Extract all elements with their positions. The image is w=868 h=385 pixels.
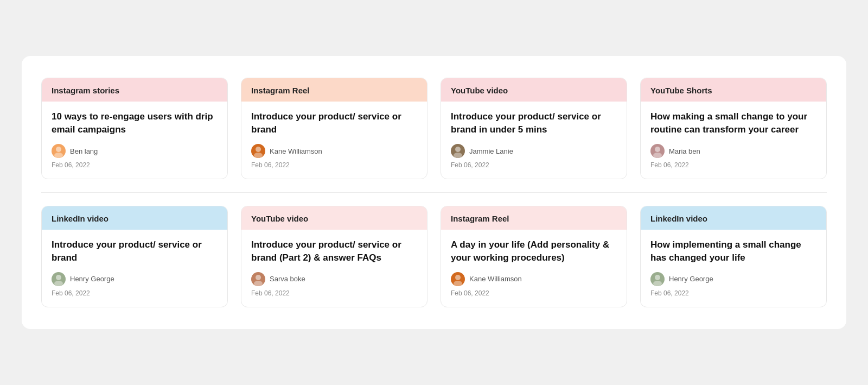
- row-divider: [41, 192, 827, 193]
- card-title-4: How making a small change to your routin…: [650, 110, 816, 136]
- card-footer-2: Kane Williamson Feb 06, 2022: [251, 144, 417, 169]
- card-title-2: Introduce your product/ service or brand: [251, 110, 417, 136]
- date-1: Feb 06, 2022: [52, 161, 218, 169]
- svg-point-10: [256, 275, 261, 280]
- author-name-8: Henry George: [669, 275, 713, 283]
- cards-grid: Instagram stories 10 ways to re-engage u…: [41, 78, 827, 307]
- card-header-3: YouTube video: [441, 78, 627, 102]
- avatar-4: [650, 144, 665, 158]
- author-name-2: Kane Williamson: [270, 147, 322, 155]
- avatar-6: [251, 272, 265, 286]
- card-footer-7: Kane Williamson Feb 06, 2022: [451, 272, 617, 297]
- card-title-8: How implementing a small change has chan…: [650, 238, 816, 264]
- author-name-1: Ben lang: [70, 147, 98, 155]
- card-footer-6: Sarva boke Feb 06, 2022: [251, 272, 417, 297]
- card-body-8: How implementing a small change has chan…: [641, 230, 826, 307]
- card-body-1: 10 ways to re-engage users with drip ema…: [42, 102, 227, 179]
- card-body-6: Introduce your product/ service or brand…: [241, 230, 427, 307]
- author-name-5: Henry George: [70, 275, 114, 283]
- content-card-2[interactable]: Instagram Reel Introduce your product/ s…: [241, 78, 427, 179]
- card-header-7: Instagram Reel: [441, 206, 627, 230]
- svg-point-2: [256, 147, 261, 152]
- card-footer-3: Jammie Lanie Feb 06, 2022: [451, 144, 617, 169]
- author-name-3: Jammie Lanie: [469, 147, 513, 155]
- date-8: Feb 06, 2022: [650, 289, 816, 297]
- date-5: Feb 06, 2022: [52, 289, 218, 297]
- main-container: Instagram stories 10 ways to re-engage u…: [22, 56, 846, 329]
- content-card-4[interactable]: YouTube Shorts How making a small change…: [640, 78, 827, 179]
- svg-point-13: [454, 281, 462, 286]
- author-row-8: Henry George: [650, 272, 816, 286]
- card-header-1: Instagram stories: [42, 78, 227, 102]
- avatar-8: [650, 272, 665, 286]
- card-header-6: YouTube video: [241, 206, 427, 230]
- content-card-8[interactable]: LinkedIn video How implementing a small …: [640, 206, 827, 307]
- card-footer-4: Maria ben Feb 06, 2022: [650, 144, 816, 169]
- card-body-7: A day in your life (Add personality & yo…: [441, 230, 627, 307]
- svg-point-8: [56, 275, 61, 280]
- svg-point-9: [54, 281, 63, 286]
- avatar-1: [52, 144, 66, 158]
- content-card-5[interactable]: LinkedIn video Introduce your product/ s…: [41, 206, 228, 307]
- svg-point-15: [653, 281, 662, 286]
- author-row-6: Sarva boke: [251, 272, 417, 286]
- card-header-5: LinkedIn video: [42, 206, 227, 230]
- card-header-8: LinkedIn video: [641, 206, 826, 230]
- svg-point-1: [54, 153, 63, 158]
- date-4: Feb 06, 2022: [650, 161, 816, 169]
- svg-point-4: [455, 147, 461, 152]
- card-footer-8: Henry George Feb 06, 2022: [650, 272, 816, 297]
- card-header-4: YouTube Shorts: [641, 78, 826, 102]
- card-title-6: Introduce your product/ service or brand…: [251, 238, 417, 264]
- svg-point-6: [655, 147, 660, 152]
- content-card-1[interactable]: Instagram stories 10 ways to re-engage u…: [41, 78, 228, 179]
- content-card-3[interactable]: YouTube video Introduce your product/ se…: [441, 78, 627, 179]
- author-row-1: Ben lang: [52, 144, 218, 158]
- card-title-7: A day in your life (Add personality & yo…: [451, 238, 617, 264]
- svg-point-5: [454, 153, 462, 158]
- svg-point-12: [455, 275, 461, 280]
- card-title-5: Introduce your product/ service or brand: [52, 238, 218, 264]
- avatar-5: [52, 272, 66, 286]
- content-card-6[interactable]: YouTube video Introduce your product/ se…: [241, 206, 427, 307]
- author-row-2: Kane Williamson: [251, 144, 417, 158]
- svg-point-7: [653, 153, 662, 158]
- card-body-2: Introduce your product/ service or brand…: [241, 102, 427, 179]
- card-title-3: Introduce your product/ service or brand…: [451, 110, 617, 136]
- card-title-1: 10 ways to re-engage users with drip ema…: [52, 110, 218, 136]
- card-footer-1: Ben lang Feb 06, 2022: [52, 144, 218, 169]
- avatar-7: [451, 272, 465, 286]
- date-6: Feb 06, 2022: [251, 289, 417, 297]
- author-name-6: Sarva boke: [270, 275, 305, 283]
- avatar-3: [451, 144, 465, 158]
- card-body-5: Introduce your product/ service or brand…: [42, 230, 227, 307]
- author-name-4: Maria ben: [669, 147, 700, 155]
- author-row-4: Maria ben: [650, 144, 816, 158]
- svg-point-3: [254, 153, 263, 158]
- card-body-4: How making a small change to your routin…: [641, 102, 826, 179]
- author-row-5: Henry George: [52, 272, 218, 286]
- date-3: Feb 06, 2022: [451, 161, 617, 169]
- card-header-2: Instagram Reel: [241, 78, 427, 102]
- svg-point-14: [655, 275, 660, 280]
- date-2: Feb 06, 2022: [251, 161, 417, 169]
- author-name-7: Kane Williamson: [469, 275, 522, 283]
- svg-point-0: [56, 147, 61, 152]
- date-7: Feb 06, 2022: [451, 289, 617, 297]
- content-card-7[interactable]: Instagram Reel A day in your life (Add p…: [441, 206, 627, 307]
- svg-point-11: [254, 281, 263, 286]
- author-row-7: Kane Williamson: [451, 272, 617, 286]
- author-row-3: Jammie Lanie: [451, 144, 617, 158]
- avatar-2: [251, 144, 265, 158]
- card-body-3: Introduce your product/ service or brand…: [441, 102, 627, 179]
- card-footer-5: Henry George Feb 06, 2022: [52, 272, 218, 297]
